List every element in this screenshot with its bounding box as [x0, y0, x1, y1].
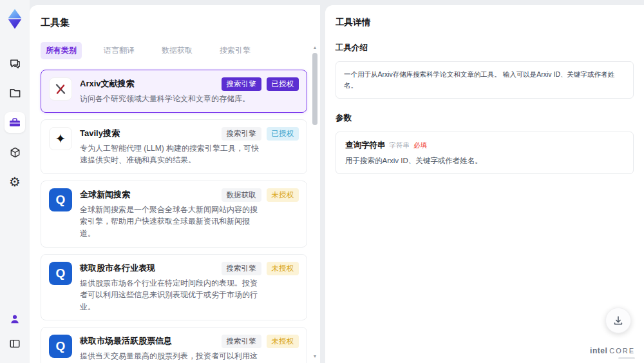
tab-search-engine[interactable]: 搜索引擎 [214, 42, 256, 59]
tool-description: 访问各个研究领域大量科学论文和文章的存储库。 [80, 93, 261, 105]
tab-data-fetch[interactable]: 数据获取 [156, 42, 198, 59]
scroll-down-arrow-icon[interactable]: ▼ [312, 354, 317, 359]
tool-description: 提供股票市场各个行业在特定时间段内的表现。投资者可以利用这些信息来识别表现优于或… [80, 277, 261, 313]
category-tabs: 所有类别 语言翻译 数据获取 搜索引擎 [41, 42, 320, 59]
tool-card-tavily[interactable]: ✦ Tavily搜索 专为人工智能代理 (LLM) 构建的搜索引擎工具，可快速提… [41, 119, 307, 174]
tool-list: Arxiv文献搜索 访问各个研究领域大量科学论文和文章的存储库。 搜索引擎 已授… [41, 70, 307, 363]
status-badge: 未授权 [267, 335, 299, 348]
finance-tool-logo-icon: Q [49, 262, 72, 285]
intro-heading: 工具介绍 [336, 43, 634, 54]
category-badge: 搜索引擎 [222, 77, 261, 91]
category-badge: 数据获取 [222, 188, 261, 202]
collapse-panel-icon[interactable] [5, 333, 25, 354]
tool-description: 全球新闻搜索是一个聚合全球各大新闻网站内容的搜索引擎，帮助用户快速获取全球最新资… [80, 204, 261, 240]
status-badge: 未授权 [267, 188, 299, 202]
download-button[interactable] [605, 308, 631, 333]
tool-card-sector-performance[interactable]: Q 获取股市各行业表现 提供股票市场各个行业在特定时间段内的表现。投资者可以利用… [41, 254, 307, 321]
page-title: 工具集 [41, 17, 320, 29]
download-icon [612, 315, 624, 326]
param-name: 查询字符串 [345, 140, 386, 151]
user-avatar-icon[interactable] [5, 309, 25, 329]
tool-description: 提供当天交易量最高的股票列表，投资者可以利用这些信息来识别流动性强的股票和潜在的… [80, 350, 261, 363]
tool-card-active-stocks[interactable]: Q 获取市场最活跃股票信息 提供当天交易量最高的股票列表，投资者可以利用这些信息… [41, 327, 307, 363]
params-heading: 参数 [336, 113, 634, 124]
status-badge: 已授权 [267, 127, 299, 141]
param-box: 查询字符串 字符串 必填 用于搜索的Arxiv ID、关键字或作者姓名。 [336, 132, 634, 174]
details-title: 工具详情 [336, 17, 634, 28]
main-content: 工具集 所有类别 语言翻译 数据获取 搜索引擎 A [30, 0, 644, 363]
list-scrollbar: ▲ ▼ [312, 45, 318, 359]
tool-list-panel: 工具集 所有类别 语言翻译 数据获取 搜索引擎 A [30, 5, 320, 363]
tool-card-global-news[interactable]: Q 全球新闻搜索 全球新闻搜索是一个聚合全球各大新闻网站内容的搜索引擎，帮助用户… [41, 181, 307, 248]
finance-tool-logo-icon: Q [49, 335, 72, 358]
app-logo-icon [5, 6, 25, 31]
category-badge: 搜索引擎 [222, 335, 261, 348]
param-type: 字符串 [390, 141, 410, 150]
tool-description: 专为人工智能代理 (LLM) 构建的搜索引擎工具，可快速提供实时、准确和真实的结… [80, 142, 261, 166]
toolbox-icon[interactable] [5, 112, 25, 133]
left-rail: ⚙ [0, 0, 30, 363]
tab-all-categories[interactable]: 所有类别 [41, 42, 82, 59]
core-brand-text: core [609, 347, 635, 355]
tool-card-arxiv[interactable]: Arxiv文献搜索 访问各个研究领域大量科学论文和文章的存储库。 搜索引擎 已授… [41, 70, 307, 113]
intel-core-logo: intel core [590, 346, 635, 355]
scroll-up-arrow-icon[interactable]: ▲ [312, 45, 317, 50]
tab-translation[interactable]: 语言翻译 [99, 42, 140, 59]
category-badge: 搜索引擎 [222, 127, 261, 141]
news-tool-logo-icon: Q [49, 188, 72, 211]
tool-details-panel: 工具详情 工具介绍 一个用于从Arxiv存储库搜索科学论文和文章的工具。 输入可… [325, 5, 644, 363]
intro-text: 一个用于从Arxiv存储库搜索科学论文和文章的工具。 输入可以是Arxiv ID… [344, 70, 614, 89]
app-window: ⚙ 工具集 所有类别 语言翻译 [0, 0, 644, 363]
chat-icon[interactable] [5, 53, 25, 74]
scrollbar-thumb[interactable] [312, 53, 317, 125]
param-required-flag: 必填 [413, 141, 427, 150]
intro-box: 一个用于从Arxiv存储库搜索科学论文和文章的工具。 输入可以是Arxiv ID… [336, 61, 634, 99]
cube-icon[interactable] [5, 142, 25, 162]
intel-brand-text: intel [590, 346, 607, 355]
settings-gear-icon[interactable]: ⚙ [5, 172, 25, 192]
status-badge: 未授权 [267, 262, 299, 275]
folder-icon[interactable] [5, 83, 25, 103]
param-description: 用于搜索的Arxiv ID、关键字或作者姓名。 [345, 156, 624, 166]
tavily-logo-icon: ✦ [49, 127, 72, 150]
arxiv-logo-icon [49, 77, 72, 101]
status-badge: 已授权 [267, 77, 299, 91]
category-badge: 搜索引擎 [222, 262, 261, 275]
